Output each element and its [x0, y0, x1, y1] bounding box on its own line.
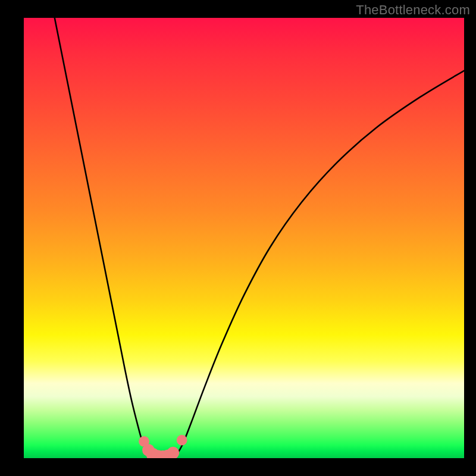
- chart-frame: TheBottleneck.com: [0, 0, 476, 476]
- chart-svg: [24, 18, 464, 458]
- series-left-curve: [55, 18, 151, 456]
- curves-group: [55, 18, 464, 458]
- markers-group: [139, 435, 187, 458]
- plot-area: [24, 18, 464, 458]
- series-right-curve: [176, 71, 464, 456]
- valley-marker-7: [177, 435, 187, 446]
- watermark-text: TheBottleneck.com: [356, 2, 470, 18]
- valley-marker-6: [167, 447, 180, 458]
